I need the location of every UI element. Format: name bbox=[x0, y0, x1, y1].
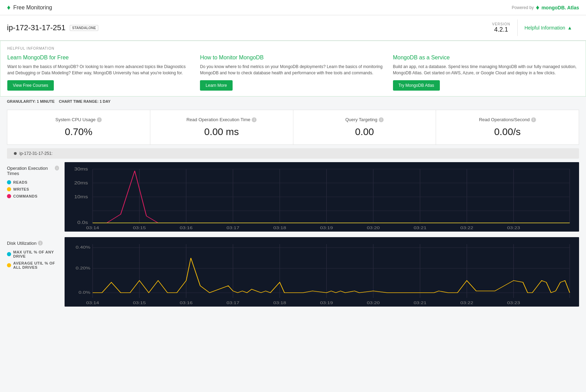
svg-text:10ms: 10ms bbox=[74, 194, 88, 199]
view-free-courses-button[interactable]: View Free Courses bbox=[7, 80, 54, 91]
app-title: Free Monitoring bbox=[13, 5, 52, 11]
info-icon-0[interactable]: i bbox=[97, 117, 102, 122]
granularity-value: 1 MINUTE bbox=[37, 99, 55, 103]
svg-text:03:14: 03:14 bbox=[86, 226, 99, 230]
legend-avg-util: AVERAGE UTIL % OF ALL DRIVES bbox=[7, 261, 59, 269]
info-icon-1[interactable]: i bbox=[252, 117, 257, 122]
helpful-card-2: MongoDB as a Service Build an app, not a… bbox=[393, 55, 579, 91]
range-value: 1 DAY bbox=[100, 99, 110, 103]
granularity-label: GRANULARITY: bbox=[7, 99, 36, 103]
metric-2-title: Query Targeting i bbox=[300, 117, 429, 122]
svg-text:03:15: 03:15 bbox=[133, 301, 146, 305]
svg-text:03:19: 03:19 bbox=[320, 226, 333, 230]
reads-label: READS bbox=[13, 180, 27, 184]
metric-3-value: 0.00/s bbox=[443, 126, 572, 137]
legend-dot bbox=[14, 152, 17, 155]
disk-section: Disk Utilization i MAX UTIL % OF ANY DRI… bbox=[7, 237, 579, 307]
svg-text:03:16: 03:16 bbox=[180, 301, 193, 305]
version-number: 4.2.1 bbox=[492, 26, 510, 33]
svg-text:0.0s: 0.0s bbox=[77, 220, 88, 225]
svg-text:03:23: 03:23 bbox=[507, 226, 520, 230]
range-label: CHART TIME RANGE: bbox=[59, 99, 99, 103]
standalone-badge: STANDALONE bbox=[70, 25, 99, 31]
helpful-card-0-title: Learn MongoDB for Free bbox=[7, 55, 193, 61]
svg-text:03:22: 03:22 bbox=[460, 301, 473, 305]
svg-text:20ms: 20ms bbox=[74, 181, 88, 185]
op-exec-info-icon[interactable]: i bbox=[55, 166, 59, 170]
svg-text:03:18: 03:18 bbox=[273, 226, 286, 230]
info-icon-3[interactable]: i bbox=[531, 117, 536, 122]
svg-text:03:20: 03:20 bbox=[367, 226, 380, 230]
metrics-row: System CPU Usage i 0.70% Read Operation … bbox=[7, 110, 579, 145]
avg-util-color-dot bbox=[7, 263, 11, 267]
helpful-info-button[interactable]: Helpful Information ▲ bbox=[518, 22, 579, 33]
helpful-panel-label: HELPFUL INFORMATION bbox=[7, 47, 579, 50]
svg-text:03:21: 03:21 bbox=[413, 301, 426, 305]
svg-text:03:17: 03:17 bbox=[226, 226, 239, 230]
svg-text:0.0%: 0.0% bbox=[78, 290, 90, 295]
version-label: VERSION bbox=[492, 22, 510, 26]
metric-1-title: Read Operation Execution Time i bbox=[157, 117, 286, 122]
helpful-card-1-body: Do you know where to find metrics on you… bbox=[200, 64, 386, 76]
metric-card-1: Read Operation Execution Time i 0.00 ms bbox=[150, 110, 293, 144]
op-exec-section: Operation Execution Times i READS WRITES… bbox=[7, 162, 579, 232]
info-icon-2[interactable]: i bbox=[379, 117, 384, 122]
svg-text:03:16: 03:16 bbox=[180, 226, 193, 230]
svg-text:03:14: 03:14 bbox=[86, 301, 99, 305]
max-util-color-dot bbox=[7, 252, 11, 256]
helpful-card-0-body: Want to learn the basics of MongoDB? Or … bbox=[7, 64, 193, 76]
metric-1-value: 0.00 ms bbox=[157, 126, 286, 137]
helpful-card-2-title: MongoDB as a Service bbox=[393, 55, 579, 61]
helpful-info-label: Helpful Information bbox=[525, 25, 566, 31]
writes-label: WRITES bbox=[13, 187, 29, 191]
helpful-card-2-body: Build an app, not a database. Spend less… bbox=[393, 64, 579, 76]
max-util-label: MAX UTIL % OF ANY DRIVE bbox=[13, 250, 59, 258]
svg-text:03:23: 03:23 bbox=[507, 301, 520, 305]
svg-text:03:21: 03:21 bbox=[413, 226, 426, 230]
svg-text:03:15: 03:15 bbox=[133, 226, 146, 230]
svg-text:03:17: 03:17 bbox=[226, 301, 239, 305]
chevron-up-icon: ▲ bbox=[567, 25, 572, 31]
metric-2-value: 0.00 bbox=[300, 126, 429, 137]
learn-more-button[interactable]: Learn More bbox=[200, 80, 232, 91]
op-exec-chart-area: 30ms 20ms 10ms 0.0s 03:14 03:15 03:16 03… bbox=[65, 162, 579, 232]
commands-color-dot bbox=[7, 194, 11, 198]
op-exec-title: Operation Execution Times i bbox=[7, 166, 59, 176]
legend-label: ip-172-31-17-251: bbox=[19, 151, 52, 156]
legend-max-util: MAX UTIL % OF ANY DRIVE bbox=[7, 250, 59, 258]
granularity-bar: GRANULARITY: 1 MINUTE CHART TIME RANGE: … bbox=[0, 97, 586, 106]
helpful-panel: HELPFUL INFORMATION Learn MongoDB for Fr… bbox=[0, 41, 586, 97]
helpful-card-0: Learn MongoDB for Free Want to learn the… bbox=[7, 55, 193, 91]
logo-area: ♦ Free Monitoring bbox=[7, 3, 52, 11]
svg-text:0.20%: 0.20% bbox=[76, 266, 90, 270]
svg-text:03:20: 03:20 bbox=[367, 301, 380, 305]
atlas-brand: mongoDB. Atlas bbox=[542, 5, 579, 10]
sub-header: ip-172-31-17-251 STANDALONE VERSION 4.2.… bbox=[0, 15, 586, 41]
instance-title-area: ip-172-31-17-251 STANDALONE bbox=[7, 23, 98, 32]
metric-0-title: System CPU Usage i bbox=[14, 117, 143, 122]
disk-info-icon[interactable]: i bbox=[38, 241, 43, 245]
helpful-card-1-title: How to Monitor MongoDB bbox=[200, 55, 386, 61]
commands-label: COMMANDS bbox=[13, 194, 37, 198]
svg-text:03:19: 03:19 bbox=[320, 301, 333, 305]
legend-reads: READS bbox=[7, 180, 59, 184]
metric-card-2: Query Targeting i 0.00 bbox=[293, 110, 436, 144]
metric-card-3: Read Operations/Second i 0.00/s bbox=[436, 110, 579, 144]
svg-text:03:22: 03:22 bbox=[460, 226, 473, 230]
helpful-card-1: How to Monitor MongoDB Do you know where… bbox=[200, 55, 386, 91]
svg-text:03:18: 03:18 bbox=[273, 301, 286, 305]
metric-0-value: 0.70% bbox=[14, 126, 143, 137]
op-exec-sidebar: Operation Execution Times i READS WRITES… bbox=[7, 162, 59, 232]
legend-writes: WRITES bbox=[7, 187, 59, 191]
helpful-cards: Learn MongoDB for Free Want to learn the… bbox=[7, 55, 579, 91]
try-mongodb-atlas-button[interactable]: Try MongoDB Atlas bbox=[393, 80, 440, 91]
disk-title: Disk Utilization i bbox=[7, 241, 59, 246]
metric-3-title: Read Operations/Second i bbox=[443, 117, 572, 122]
version-info-area: VERSION 4.2.1 Helpful Information ▲ bbox=[485, 19, 579, 36]
atlas-leaf-icon: ♦ bbox=[536, 3, 539, 11]
avg-util-label: AVERAGE UTIL % OF ALL DRIVES bbox=[13, 261, 59, 269]
metric-card-0: System CPU Usage i 0.70% bbox=[7, 110, 150, 144]
powered-by-label: Powered by bbox=[512, 5, 534, 10]
legend-bar: ip-172-31-17-251: bbox=[7, 148, 579, 159]
reads-color-dot bbox=[7, 180, 11, 184]
